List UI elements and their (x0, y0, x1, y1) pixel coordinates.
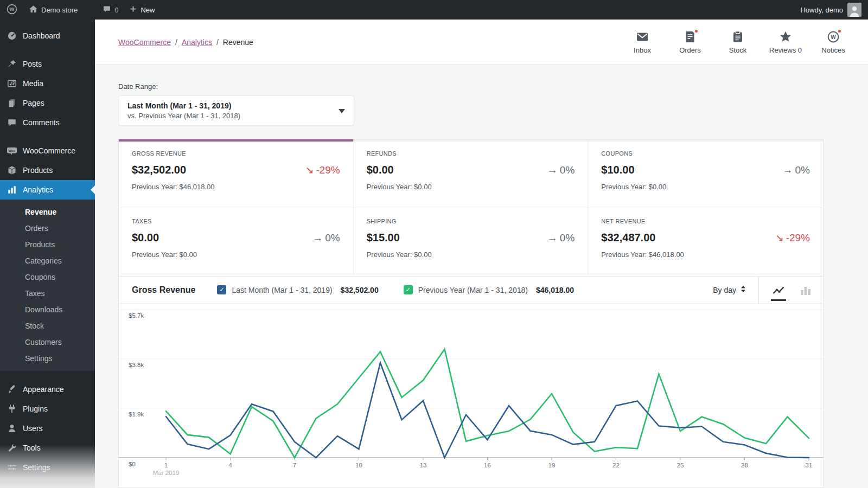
submenu-item-stock[interactable]: Stock (0, 318, 95, 334)
activity-reviews-button[interactable]: Reviews 0 (762, 30, 809, 54)
inbox-envelope-icon (636, 30, 649, 43)
activity-label: Orders (679, 46, 701, 54)
sidebar-item-comments[interactable]: Comments (0, 113, 95, 132)
submenu-item-downloads[interactable]: Downloads (0, 301, 95, 318)
main-area: WooCommerce / Analytics / Revenue Inbox (95, 20, 868, 488)
submenu-item-orders[interactable]: Orders (0, 220, 95, 236)
interval-select[interactable]: By day (713, 285, 746, 294)
stock-clipboard-icon (731, 30, 744, 43)
svg-text:16: 16 (484, 462, 491, 468)
summary-label: GROSS REVENUE (132, 150, 340, 157)
sidebar-item-dashboard[interactable]: Dashboard (0, 26, 95, 46)
summary-label: REFUNDS (367, 150, 575, 157)
sidebar-item-products[interactable]: Products (0, 160, 95, 180)
svg-text:22: 22 (612, 462, 620, 468)
site-name-menu[interactable]: Demo store (23, 0, 85, 20)
legend-last-month[interactable]: Last Month (Mar 1 - 31, 2019) $32,502.00 (217, 285, 403, 294)
sidebar-item-woocommerce[interactable]: Woo WooCommerce (0, 141, 95, 160)
submenu-item-taxes[interactable]: Taxes (0, 285, 95, 301)
admin-bar: W Demo store 0 New (0, 0, 868, 20)
date-range-select[interactable]: Last Month (Mar 1 - 31, 2019) vs. Previo… (118, 95, 354, 126)
comments-menu[interactable]: 0 (97, 0, 124, 20)
svg-text:$0: $0 (129, 461, 136, 467)
checkbox-last-month[interactable] (217, 285, 226, 294)
svg-text:$1.9k: $1.9k (129, 411, 144, 418)
submenu-item-customers[interactable]: Customers (0, 334, 95, 350)
howdy-label[interactable]: Howdy, demo (800, 6, 843, 14)
wordpress-logo-menu[interactable]: W (0, 0, 23, 20)
breadcrumb-link-woocommerce[interactable]: WooCommerce (118, 38, 171, 47)
checkbox-previous-year[interactable] (404, 285, 413, 294)
pushpin-icon (7, 59, 17, 69)
sidebar-item-media[interactable]: Media (0, 74, 95, 93)
summary-card-taxes[interactable]: TAXES $0.00 →0% Previous Year: $0.00 (119, 208, 354, 276)
summary-card-gross-revenue[interactable]: GROSS REVENUE $32,502.00 ↘-29% Previous … (119, 139, 354, 208)
admin-bar-right: Howdy, demo (800, 3, 868, 17)
sidebar-item-appearance[interactable]: Appearance (0, 380, 95, 399)
activity-orders-button[interactable]: Orders (666, 30, 714, 54)
breadcrumb-link-analytics[interactable]: Analytics (182, 38, 212, 47)
summary-card-coupons[interactable]: COUPONS $10.00 →0% Previous Year: $0.00 (588, 139, 823, 208)
legend-previous-year[interactable]: Previous Year (Mar 1 - 31, 2018) $46,018… (404, 285, 599, 294)
summary-previous: Previous Year: $46,018.00 (601, 251, 810, 259)
breadcrumb-separator: / (216, 38, 219, 47)
menu-separator (0, 46, 95, 54)
sidebar-item-analytics[interactable]: Analytics (0, 180, 95, 200)
analytics-submenu: Revenue Orders Products Categories Coupo… (0, 200, 95, 371)
sidebar-item-tools[interactable]: Tools (0, 438, 95, 458)
plus-icon (129, 5, 137, 15)
summary-value: $32,502.00 (132, 164, 186, 176)
submenu-item-revenue[interactable]: Revenue (0, 204, 95, 220)
sidebar-item-settings[interactable]: Settings (0, 458, 95, 477)
wrench-icon (7, 442, 17, 453)
pages-icon (7, 98, 17, 108)
submenu-item-settings[interactable]: Settings (0, 350, 95, 367)
summary-card-net-revenue[interactable]: NET REVENUE $32,487.00 ↘-29% Previous Ye… (588, 208, 823, 276)
chart-header: Gross Revenue Last Month (Mar 1 - 31, 20… (119, 277, 823, 304)
svg-text:7: 7 (293, 462, 296, 468)
date-range-label: Date Range: (118, 82, 845, 91)
sidebar-item-posts[interactable]: Posts (0, 54, 95, 74)
summary-delta: →0% (783, 164, 810, 176)
summary-label: TAXES (132, 218, 340, 224)
menu-separator (0, 132, 95, 141)
chart-type-toggle (759, 284, 823, 297)
analytics-bars-icon (7, 184, 17, 195)
summary-numbers: GROSS REVENUE $32,502.00 ↘-29% Previous … (118, 139, 824, 277)
sidebar-item-label: Appearance (23, 385, 64, 394)
activity-label: Notices (821, 46, 845, 54)
summary-card-shipping[interactable]: SHIPPING $15.00 →0% Previous Year: $0.00 (354, 208, 589, 276)
plug-icon (7, 403, 17, 414)
woocommerce-icon: Woo (7, 145, 17, 156)
legend-total: $32,502.00 (341, 286, 379, 294)
revenue-chart-card: Gross Revenue Last Month (Mar 1 - 31, 20… (118, 277, 824, 488)
activity-inbox-button[interactable]: Inbox (618, 30, 666, 54)
revenue-chart-svg[interactable]: $0$1.9k$3.8k$5.7k1471013161922252831Mar … (119, 304, 823, 487)
activity-notices-button[interactable]: W Notices (809, 30, 857, 54)
line-chart-icon[interactable] (772, 284, 785, 297)
trend-down-icon: ↘ (775, 232, 784, 243)
summary-delta: ↘-29% (305, 164, 340, 176)
chart-body: $0$1.9k$3.8k$5.7k1471013161922252831Mar … (119, 304, 823, 487)
summary-card-refunds[interactable]: REFUNDS $0.00 →0% Previous Year: $0.00 (354, 139, 589, 208)
submenu-item-coupons[interactable]: Coupons (0, 269, 95, 285)
sidebar-item-label: Plugins (23, 404, 48, 413)
sidebar-item-users[interactable]: Users (0, 419, 95, 438)
notices-badge-dot (837, 29, 842, 34)
comments-icon (7, 117, 17, 128)
sidebar-item-label: Media (23, 79, 43, 88)
sidebar-item-plugins[interactable]: Plugins (0, 399, 95, 419)
bar-chart-icon[interactable] (799, 284, 812, 297)
summary-previous: Previous Year: $0.00 (132, 251, 340, 259)
submenu-item-categories[interactable]: Categories (0, 253, 95, 269)
activity-stock-button[interactable]: Stock (714, 30, 762, 54)
site-name-label: Demo store (41, 6, 78, 14)
submenu-item-products[interactable]: Products (0, 236, 95, 253)
user-avatar[interactable] (847, 3, 861, 17)
svg-text:25: 25 (677, 462, 684, 468)
media-icon (7, 78, 17, 89)
sliders-icon (7, 462, 17, 473)
sidebar-item-pages[interactable]: Pages (0, 93, 95, 113)
woocommerce-analytics-screen: W Demo store 0 New (0, 0, 868, 488)
new-content-menu[interactable]: New (124, 0, 160, 20)
